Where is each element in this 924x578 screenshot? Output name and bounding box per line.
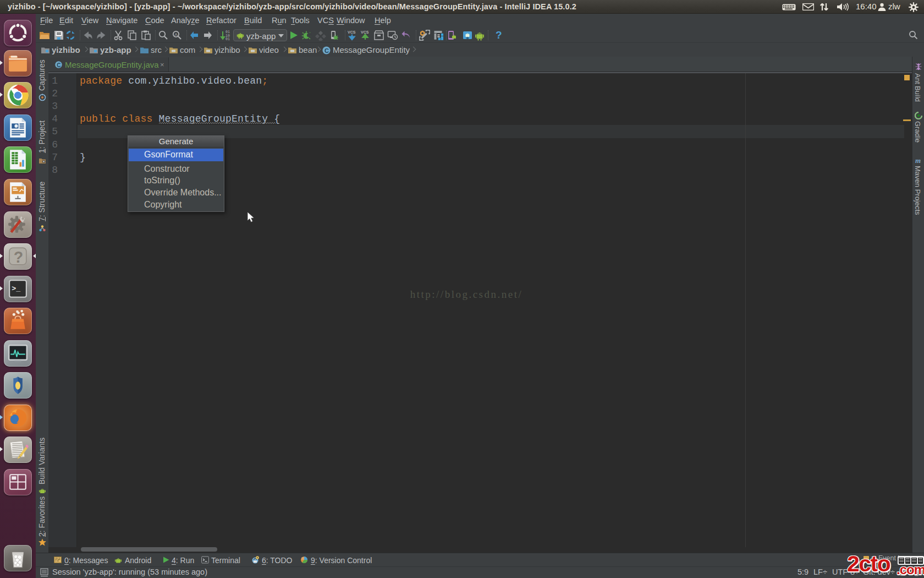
svg-text:A: A: [174, 32, 178, 37]
svg-text:m: m: [915, 156, 921, 164]
svg-text:?: ?: [14, 248, 23, 266]
svg-text:01: 01: [226, 37, 230, 41]
svg-text:C: C: [57, 62, 61, 68]
svg-text:>_: >_: [12, 285, 20, 293]
svg-text:VCS: VCS: [361, 30, 369, 34]
svg-text:VCS: VCS: [348, 30, 356, 34]
svg-text:C: C: [324, 47, 329, 54]
